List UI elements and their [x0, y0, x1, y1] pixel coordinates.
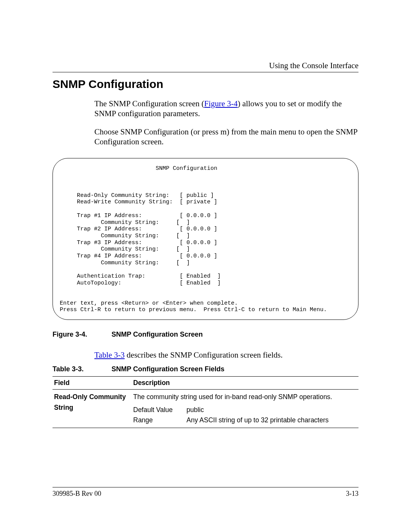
running-header: Using the Console Interface: [53, 61, 358, 70]
header-rule: [53, 72, 358, 72]
range-label: Range: [133, 415, 186, 425]
table-caption-label: Table 3-3.: [53, 365, 110, 373]
default-value: public: [186, 405, 204, 415]
desc-summary: The community string used for in-band re…: [133, 392, 357, 402]
default-value-row: Default Value public: [133, 405, 357, 415]
table-caption-title: SNMP Configuration Screen Fields: [112, 365, 225, 373]
field-desc-cell: The community string used for in-band re…: [132, 390, 358, 428]
range-row: Range Any ASCII string of up to 32 print…: [133, 415, 357, 425]
default-value-label: Default Value: [133, 405, 186, 415]
doc-id: 309985-B Rev 00: [53, 490, 101, 498]
table-row: Read-Only Community String The community…: [53, 390, 358, 428]
text: describes the SNMP Configuration screen …: [125, 350, 283, 359]
fields-table: Field Description Read-Only Community St…: [53, 376, 358, 428]
page-number: 3-13: [346, 490, 358, 498]
table-caption: Table 3-3. SNMP Configuration Screen Fie…: [53, 365, 358, 373]
th-field: Field: [53, 377, 132, 390]
figure-caption-title: SNMP Configuration Screen: [112, 331, 203, 338]
th-description: Description: [132, 377, 358, 390]
intro-paragraph-2: Choose SNMP Configuration (or press m) f…: [94, 127, 358, 147]
range-value: Any ASCII string of up to 32 printable c…: [186, 415, 329, 425]
footer-rule: [53, 487, 358, 487]
figure-caption: Figure 3-4. SNMP Configuration Screen: [53, 331, 358, 339]
table-link[interactable]: Table 3-3: [94, 350, 125, 359]
figure-caption-label: Figure 3-4.: [53, 331, 110, 339]
table-header-row: Field Description: [53, 377, 358, 390]
intro-paragraph-1: The SNMP Configuration screen (Figure 3-…: [94, 99, 358, 119]
page: Using the Console Interface SNMP Configu…: [0, 0, 411, 532]
figure-link[interactable]: Figure 3-4: [204, 99, 238, 108]
table-intro-paragraph: Table 3-3 describes the SNMP Configurati…: [94, 350, 358, 360]
field-name-cell: Read-Only Community String: [53, 390, 132, 428]
console-screen-figure: SNMP Configuration Read-Only Community S…: [53, 158, 358, 320]
page-footer: 309985-B Rev 00 3-13: [53, 487, 358, 498]
section-title: SNMP Configuration: [53, 78, 358, 91]
text: The SNMP Configuration screen (: [94, 99, 204, 108]
